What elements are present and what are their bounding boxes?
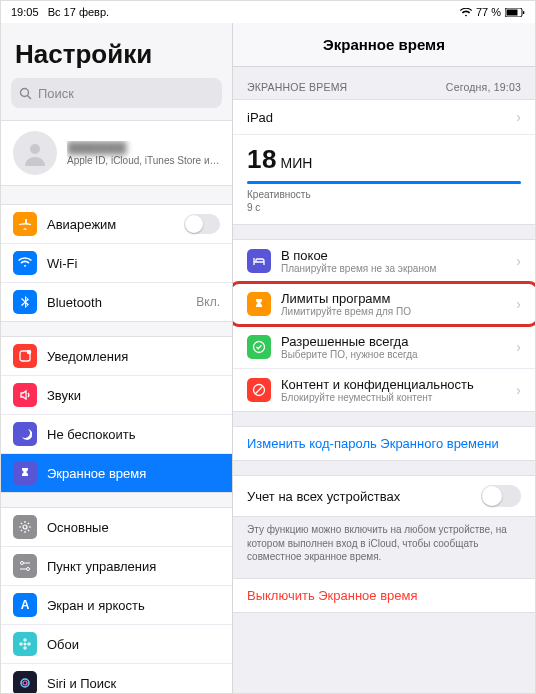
svg-point-17 [19,642,23,646]
sidebar-scroll[interactable]: АвиарежимWi-FiBluetoothВкл.УведомленияЗв… [1,186,232,693]
bar-value: 9 с [247,201,521,214]
flower-icon [13,632,37,656]
chevron-icon: › [516,109,521,125]
status-date: Вс 17 февр. [48,6,109,18]
chevron-icon: › [516,382,521,398]
usage-number: 18 [247,144,277,174]
brightness-icon: A [13,593,37,617]
option-bed[interactable]: В покоеПланируйте время не за экраном› [233,240,535,282]
sidebar-item-bluetooth[interactable]: BluetoothВкл. [1,282,232,321]
profile-sub: Apple ID, iCloud, iTunes Store и A… [67,155,220,166]
svg-point-14 [24,643,27,646]
sidebar-item-label: Пункт управления [47,559,220,574]
sidebar-item-airplane[interactable]: Авиарежим [1,205,232,243]
row-value: Вкл. [196,295,220,309]
svg-point-16 [23,646,27,650]
option-sub: Выберите ПО, нужное всегда [281,349,506,360]
sidebar-item-label: Siri и Поиск [47,676,220,691]
section-label: ЭКРАННОЕ ВРЕМЯ [247,81,347,93]
airplane-toggle[interactable] [184,214,220,234]
option-sub: Лимитируйте время для ПО [281,306,506,317]
change-passcode-button[interactable]: Изменить код-пароль Экранного времени [233,427,535,460]
hourglass-icon [247,292,271,316]
sidebar-item-sound[interactable]: Звуки [1,375,232,414]
sidebar-item-label: Уведомления [47,349,220,364]
wifi-icon [13,251,37,275]
svg-point-9 [21,562,24,565]
sidebar-item-label: Звуки [47,388,220,403]
option-title: Контент и конфиденциальность [281,377,506,392]
sidebar-item-label: Экранное время [47,466,220,481]
forbid-icon [247,378,271,402]
svg-point-5 [30,144,40,154]
usage-card[interactable]: iPad › 18 МИН Креативность 9 с [233,99,535,225]
option-hourglass[interactable]: Лимиты программЛимитируйте время для ПО› [233,282,535,325]
option-title: Лимиты программ [281,291,506,306]
sidebar-item-hourglass[interactable]: Экранное время [1,453,232,492]
svg-point-19 [21,679,29,687]
notify-icon [13,344,37,368]
sidebar-item-flower[interactable]: Обои [1,624,232,663]
section-timestamp: Сегодня, 19:03 [446,81,521,93]
options-card: В покоеПланируйте время не за экраном›Ли… [233,239,535,412]
sidebar-item-gear[interactable]: Основные [1,508,232,546]
profile-name: ██████ [67,141,220,155]
option-sub: Блокируйте неуместный контент [281,392,506,403]
sound-icon [13,383,37,407]
device-name: iPad [247,110,506,125]
detail-pane: Экранное время ЭКРАННОЕ ВРЕМЯ Сегодня, 1… [233,23,535,693]
option-title: Разрешенные всегда [281,334,506,349]
share-note: Эту функцию можно включить на любом устр… [233,517,535,564]
option-title: В покое [281,248,506,263]
dnd-icon [13,422,37,446]
search-icon [19,87,32,100]
svg-point-7 [27,350,32,355]
battery-pct: 77 % [476,6,501,18]
svg-point-18 [27,642,31,646]
sidebar-item-wifi[interactable]: Wi-Fi [1,243,232,282]
settings-title: Настройки [1,23,232,78]
svg-point-15 [23,638,27,642]
sidebar-item-label: Bluetooth [47,295,186,310]
sidebar-item-brightness[interactable]: AЭкран и яркость [1,585,232,624]
sidebar-item-label: Авиарежим [47,217,174,232]
svg-line-26 [256,387,263,394]
chevron-icon: › [516,339,521,355]
sidebar-item-label: Основные [47,520,220,535]
sidebar-item-dnd[interactable]: Не беспокоить [1,414,232,453]
status-time: 19:05 [11,6,39,18]
svg-text:A: A [21,598,30,612]
sidebar-item-notify[interactable]: Уведомления [1,337,232,375]
sidebar-item-siri[interactable]: Siri и Поиск [1,663,232,693]
chevron-icon: › [516,296,521,312]
search-placeholder: Поиск [38,86,74,101]
sidebar: Настройки Поиск ██████ Apple ID, iCloud,… [1,23,233,693]
status-bar: 19:05 Вс 17 февр. 77 % [1,1,535,23]
battery-icon [505,8,525,17]
share-toggle[interactable] [481,485,521,507]
share-row[interactable]: Учет на всех устройствах [233,476,535,516]
option-sub: Планируйте время не за экраном [281,263,506,274]
turn-off-button[interactable]: Выключить Экранное время [233,579,535,612]
usage-unit: МИН [281,155,313,171]
svg-point-20 [23,681,27,685]
profile-row[interactable]: ██████ Apple ID, iCloud, iTunes Store и … [1,120,232,186]
option-forbid[interactable]: Контент и конфиденциальностьБлокируйте н… [233,368,535,411]
option-check[interactable]: Разрешенные всегдаВыберите ПО, нужное вс… [233,325,535,368]
wifi-icon [460,8,472,17]
svg-line-4 [28,95,32,99]
siri-icon [13,671,37,693]
sidebar-item-switches[interactable]: Пункт управления [1,546,232,585]
switches-icon [13,554,37,578]
svg-rect-2 [523,11,524,14]
avatar [13,131,57,175]
svg-point-3 [21,88,29,96]
svg-rect-1 [507,9,518,15]
sidebar-item-label: Wi-Fi [47,256,210,271]
bar-category: Креативность [247,188,521,201]
search-input[interactable]: Поиск [11,78,222,108]
sidebar-item-label: Экран и яркость [47,598,220,613]
status-left: 19:05 Вс 17 февр. [11,6,109,18]
airplane-icon [13,212,37,236]
sidebar-item-label: Обои [47,637,220,652]
